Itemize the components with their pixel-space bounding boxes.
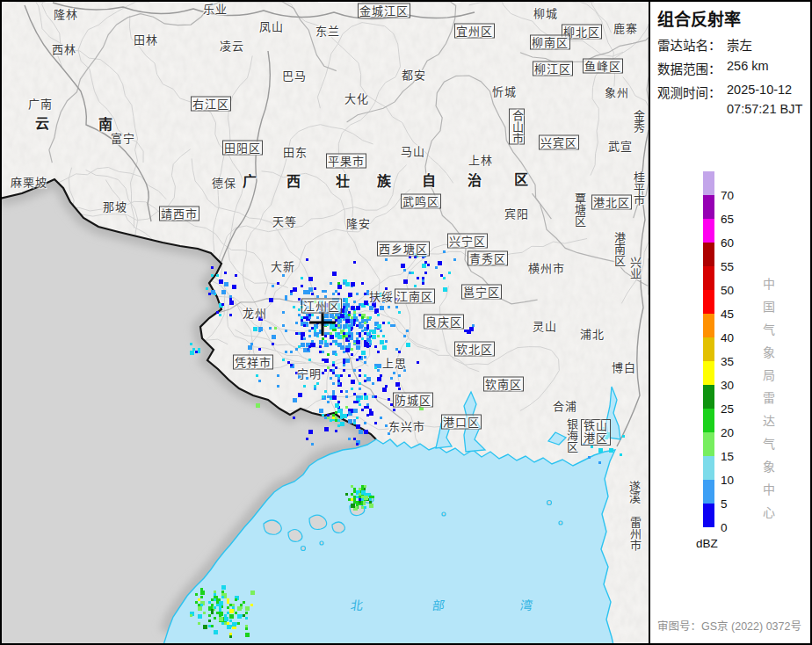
colorbar-tick: 50 [721, 284, 734, 297]
map-label: 宾阳 [504, 207, 529, 221]
map-label: 德保 [212, 177, 236, 190]
reflectivity-colorbar [703, 171, 714, 527]
map-label: 靖西市 [159, 207, 199, 221]
map-label: 马山 [401, 145, 425, 158]
radar-map: 隆林西林田林乐业凌云凤山东兰金城江区柳城鹿寨宜州区柳北区柳南区都安鱼峰区柳江区巴… [0, 0, 650, 645]
map-label: 麻栗坡 [11, 176, 47, 189]
watermark-char: 象 [763, 343, 775, 360]
map-label: 凭祥市 [233, 355, 273, 370]
province-label: 云 [35, 112, 49, 133]
map-label: 隆林 [54, 8, 78, 21]
map-label: 鱼峰区 [583, 59, 623, 74]
colorbar-tick: 40 [721, 331, 734, 344]
map-label: 良庆区 [424, 315, 464, 330]
sea-label: 湾 [519, 596, 534, 613]
map-label: 隆安 [346, 217, 371, 230]
range-label: 数据范围： [657, 59, 721, 77]
map-label: 富宁 [111, 132, 135, 145]
colorbar-tick: 15 [721, 450, 734, 463]
info-panel: 组合反射率 雷达站名： 崇左 数据范围： 256 km 观测时间： 2025-1… [650, 0, 812, 645]
map-label: 青秀区 [468, 251, 508, 266]
map-label: 龙州 [243, 307, 267, 320]
province-label: 广 [243, 170, 257, 191]
map-label: 金秀 [632, 110, 644, 133]
colorbar-segment [703, 195, 714, 219]
sea-label: 部 [431, 596, 446, 613]
watermark-char: 达 [763, 411, 775, 429]
province-label: 壮 [336, 170, 350, 191]
colorbar-tick: 20 [721, 426, 734, 439]
map-label: 江州区 [301, 299, 342, 314]
map-label: 都安 [402, 69, 426, 82]
map-label: 宜州区 [454, 24, 495, 39]
map-label: 浦北 [580, 328, 605, 341]
colorbar-segment [703, 314, 714, 337]
map-label: 灵山 [533, 320, 557, 333]
map-label: 柳南区 [530, 35, 570, 50]
colorbar-tick: 55 [721, 260, 734, 273]
colorbar-segment [703, 504, 714, 527]
map-label: 象州 [605, 86, 629, 99]
colorbar-tick: 45 [721, 308, 734, 321]
map-label: 兴宁区 [447, 234, 488, 249]
range-value: 256 km [727, 59, 769, 73]
radar-product-view: 隆林西林田林乐业凌云凤山东兰金城江区柳城鹿寨宜州区柳北区柳南区都安鱼峰区柳江区巴… [0, 0, 812, 645]
map-label: 港北区 [591, 195, 632, 210]
map-label: 田林 [134, 33, 158, 47]
map-label: 钦南区 [483, 377, 524, 392]
map-label: 巴马 [282, 69, 307, 83]
province-label: 南 [98, 112, 112, 134]
map-label: 合山市 [509, 109, 525, 145]
colorbar-segment [703, 456, 714, 480]
map-label: 忻城 [492, 85, 517, 98]
colorbar-segment [703, 266, 714, 290]
map-label: 西乡塘区 [377, 242, 430, 257]
panel-divider [649, 0, 650, 645]
map-approval-number: 审图号：GS京 (2022) 0372号 [657, 617, 801, 634]
watermark-char: 气 [763, 434, 775, 452]
colorbar-segment [703, 243, 714, 266]
map-label: 凤山 [259, 20, 284, 33]
colorbar-segment [703, 432, 714, 456]
colorbar-tick: 35 [721, 355, 734, 368]
colorbar-tick: 65 [721, 213, 734, 226]
watermark-char: 局 [763, 366, 775, 383]
colorbar-segment [703, 361, 714, 385]
colorbar-tick: 0 [721, 521, 728, 534]
map-label: 鹿寨 [613, 22, 638, 35]
map-label: 柳城 [533, 7, 558, 20]
station-label: 雷达站名： [657, 35, 721, 54]
map-label: 防城区 [393, 393, 433, 408]
province-label: 族 [377, 170, 391, 191]
province-label: 治 [468, 169, 482, 190]
map-label: 乐业 [203, 3, 228, 16]
map-label: 银海区 [565, 418, 577, 453]
map-label: 上林 [468, 154, 493, 167]
colorbar-segment [703, 219, 714, 243]
colorbar-tick: 10 [721, 474, 734, 487]
map-label: 凌云 [220, 40, 244, 53]
watermark-char: 雷 [763, 388, 775, 406]
map-label: 港南区 [613, 232, 625, 266]
map-label: 田阳区 [222, 141, 263, 156]
map-label: 东兴市 [388, 420, 425, 433]
map-label: 那坡 [103, 200, 127, 214]
map-label: 天等 [272, 215, 297, 228]
map-label: 港口区 [441, 415, 482, 430]
map-label: 东兰 [315, 25, 340, 38]
province-label: 区 [514, 168, 528, 189]
map-labels: 隆林西林田林乐业凌云凤山东兰金城江区柳城鹿寨宜州区柳北区柳南区都安鱼峰区柳江区巴… [0, 0, 650, 645]
colorbar-segment [703, 290, 714, 314]
product-title: 组合反射率 [657, 6, 741, 30]
sea-label: 北 [350, 596, 365, 613]
watermark: 中国气象局雷达气象中心 [763, 274, 775, 520]
obstime-label: 观测时间： [657, 83, 721, 101]
watermark-char: 中 [763, 480, 775, 497]
map-label: 西林 [52, 43, 76, 56]
map-label: 金城江区 [358, 4, 410, 18]
map-label: 铁山港区 [581, 419, 611, 446]
map-label: 右江区 [191, 97, 231, 112]
watermark-char: 气 [763, 320, 775, 337]
colorbar-segment [703, 480, 714, 504]
colorbar-segment [703, 337, 714, 361]
